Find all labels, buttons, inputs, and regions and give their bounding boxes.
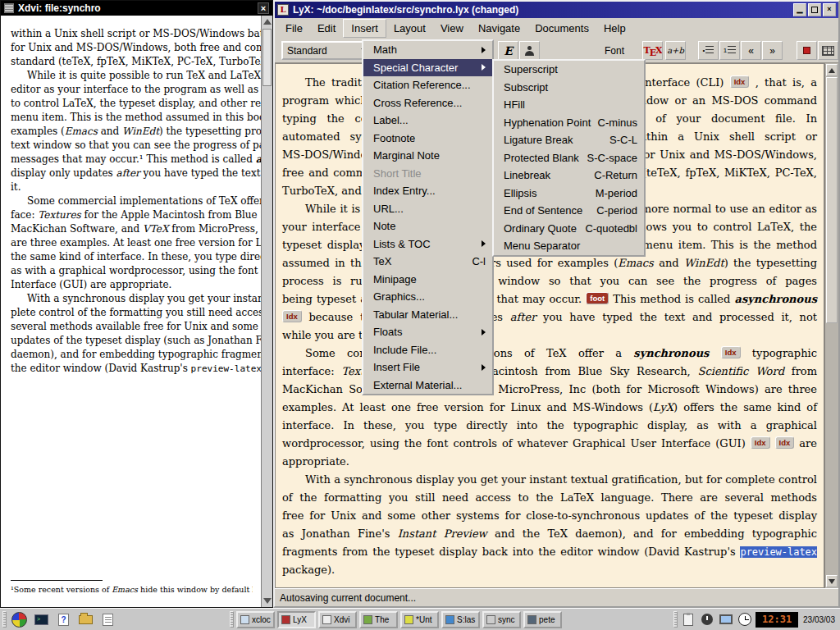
scroll-down-icon[interactable] bbox=[826, 575, 838, 587]
shortcut-label: S-C-space bbox=[581, 152, 637, 164]
inset-idx-button[interactable]: Idx bbox=[775, 436, 795, 449]
menu-item-ordinary-quote[interactable]: Ordinary QuoteC-quotedbl bbox=[494, 220, 644, 238]
xdvi-scrollbar[interactable] bbox=[261, 16, 272, 607]
figure-icon[interactable] bbox=[797, 41, 817, 60]
depth-decrement-icon[interactable]: « bbox=[741, 41, 761, 60]
menu-item-external-material[interactable]: External Material... bbox=[363, 377, 492, 395]
menu-item-citation-reference[interactable]: Citation Reference... bbox=[363, 76, 492, 94]
document-line: interface. In these, you type directly i… bbox=[276, 417, 824, 435]
menu-layout[interactable]: Layout bbox=[386, 20, 433, 37]
maximize-icon[interactable] bbox=[808, 3, 821, 16]
lyx-scroll-thumb[interactable] bbox=[826, 77, 838, 323]
scroll-down-icon[interactable] bbox=[263, 598, 272, 604]
menu-item-note[interactable]: Note bbox=[363, 217, 492, 235]
table-icon[interactable] bbox=[818, 41, 838, 60]
menu-item-graphics[interactable]: Graphics... bbox=[363, 288, 492, 306]
inset-idx-button[interactable]: Idx bbox=[282, 310, 302, 322]
xdvi-scroll-thumb[interactable] bbox=[262, 29, 272, 86]
menu-item-ellipsis[interactable]: EllipsisM-period bbox=[494, 185, 644, 203]
menu-edit[interactable]: Edit bbox=[310, 20, 343, 37]
paragraph-style-combo[interactable]: Standard bbox=[281, 41, 373, 60]
menu-item-label[interactable]: Label... bbox=[363, 112, 492, 130]
depth-increment-icon[interactable]: » bbox=[762, 41, 783, 60]
close-icon[interactable]: × bbox=[823, 3, 836, 16]
menu-item-menu-separator[interactable]: Menu Separator bbox=[494, 237, 644, 255]
menu-item-ligature-break[interactable]: Ligature BreakS-C-L bbox=[494, 131, 644, 149]
menu-item-lists-toc[interactable]: Lists & TOC bbox=[363, 235, 492, 253]
menu-item-label: Linebreak bbox=[504, 169, 550, 181]
noun-icon[interactable] bbox=[519, 41, 540, 60]
text-run: WinEdt bbox=[684, 257, 724, 269]
display-icon[interactable] bbox=[718, 611, 734, 628]
tray-handle[interactable] bbox=[673, 611, 678, 628]
scroll-up-icon[interactable] bbox=[263, 19, 272, 25]
menu-item-url[interactable]: URL... bbox=[363, 200, 492, 218]
menu-view[interactable]: View bbox=[433, 20, 471, 37]
minimize-icon[interactable]: ▁ bbox=[793, 3, 806, 16]
menu-item-linebreak[interactable]: LinebreakC-Return bbox=[494, 167, 644, 185]
math-mode-icon[interactable]: a+b bbox=[665, 41, 686, 60]
menu-item-minipage[interactable]: Minipage bbox=[363, 271, 492, 289]
menu-item-hyphenation-point[interactable]: Hyphenation PointC-minus bbox=[494, 114, 644, 132]
menu-item-hfill[interactable]: HFill bbox=[494, 96, 644, 114]
menu-item-protected-blank[interactable]: Protected BlankS-C-space bbox=[494, 149, 644, 167]
xdvi-line: face: Textures for the Apple Macintosh f… bbox=[11, 208, 261, 222]
terminal-icon[interactable] bbox=[31, 610, 52, 628]
menu-help[interactable]: Help bbox=[596, 20, 633, 37]
xdvi-close-icon[interactable]: × bbox=[258, 2, 269, 14]
kmenu-icon[interactable] bbox=[9, 610, 30, 628]
xdvi-line: messages that may occur.¹ This method is… bbox=[11, 153, 261, 167]
emphasis-icon[interactable]: E bbox=[498, 41, 518, 60]
menu-item-special-character[interactable]: Special Character bbox=[363, 59, 492, 77]
menu-navigate[interactable]: Navigate bbox=[471, 20, 527, 37]
menu-item-marginal-note[interactable]: Marginal Note bbox=[363, 147, 492, 165]
menu-item-footnote[interactable]: Footnote bbox=[363, 130, 492, 148]
help-icon[interactable] bbox=[53, 610, 74, 628]
clipboard-icon[interactable] bbox=[680, 611, 696, 628]
menu-item-cross-reference[interactable]: Cross Reference... bbox=[363, 94, 492, 112]
menu-insert[interactable]: Insert bbox=[343, 19, 386, 38]
xdvi-titlebar[interactable]: Xdvi: file:synchro × bbox=[1, 1, 272, 16]
itemize-icon[interactable]: • bbox=[698, 41, 719, 60]
task-xcloc[interactable]: xcloc bbox=[236, 611, 275, 628]
home-folder-icon[interactable] bbox=[75, 610, 96, 628]
panel-handle[interactable] bbox=[2, 611, 7, 628]
power-icon[interactable] bbox=[699, 611, 715, 628]
menu-item-label: Citation Reference... bbox=[373, 79, 471, 91]
inset-idx-button[interactable]: Idx bbox=[721, 346, 741, 358]
task-pete[interactable]: pete bbox=[523, 611, 562, 628]
menu-file[interactable]: File bbox=[278, 20, 310, 37]
xdvi-text: within a Unix shell script or MS-DOS/Win… bbox=[11, 27, 261, 376]
task-the[interactable]: The bbox=[359, 611, 398, 628]
inset-idx-button[interactable]: Idx bbox=[730, 75, 750, 88]
menu-item-floats[interactable]: Floats bbox=[363, 323, 492, 341]
inset-idx-button[interactable]: Idx bbox=[751, 436, 770, 449]
menu-documents[interactable]: Documents bbox=[527, 20, 596, 37]
menu-item-subscript[interactable]: Subscript bbox=[494, 79, 644, 97]
inset-foot-button[interactable]: foot bbox=[586, 292, 609, 304]
task-sync[interactable]: sync bbox=[482, 611, 521, 628]
menu-item-index-entry[interactable]: Index Entry... bbox=[363, 182, 492, 200]
task-lyx[interactable]: LyX bbox=[277, 611, 316, 628]
tex-icon[interactable]: TEX bbox=[642, 41, 663, 60]
menu-item-include-file[interactable]: Include File... bbox=[363, 341, 492, 359]
taskbar-handle[interactable] bbox=[230, 611, 234, 628]
menu-item-math[interactable]: Math bbox=[363, 41, 492, 59]
menu-item-tabular-material[interactable]: Tabular Material... bbox=[363, 306, 492, 324]
lyx-titlebar[interactable]: L LyX: ~/doc/beginlatex/src/synchro.lyx … bbox=[275, 2, 838, 18]
task-s-las[interactable]: S:las bbox=[441, 611, 480, 628]
menu-item-insert-file[interactable]: Insert File bbox=[363, 358, 492, 377]
lyx-scrollbar[interactable] bbox=[824, 63, 838, 588]
shortcut-label: C-l bbox=[465, 255, 486, 267]
task-xdvi[interactable]: Xdvi bbox=[318, 611, 357, 628]
menu-item-end-of-sentence[interactable]: End of SentenceC-period bbox=[494, 202, 644, 220]
scroll-up-icon[interactable] bbox=[826, 64, 838, 76]
menu-item-tex[interactable]: TeXC-l bbox=[363, 253, 492, 271]
text-run: from bbox=[784, 365, 817, 377]
task-unt[interactable]: *Unt bbox=[400, 611, 439, 628]
enumerate-icon[interactable]: 1 bbox=[719, 41, 740, 60]
editor-icon[interactable] bbox=[98, 610, 118, 628]
analog-clock-icon[interactable] bbox=[737, 611, 753, 628]
menu-item-superscript[interactable]: Superscript bbox=[494, 61, 644, 79]
xdvi-line: standard (teTeX, fpTeX, MiKTeX, PC-TeX, … bbox=[11, 55, 261, 69]
